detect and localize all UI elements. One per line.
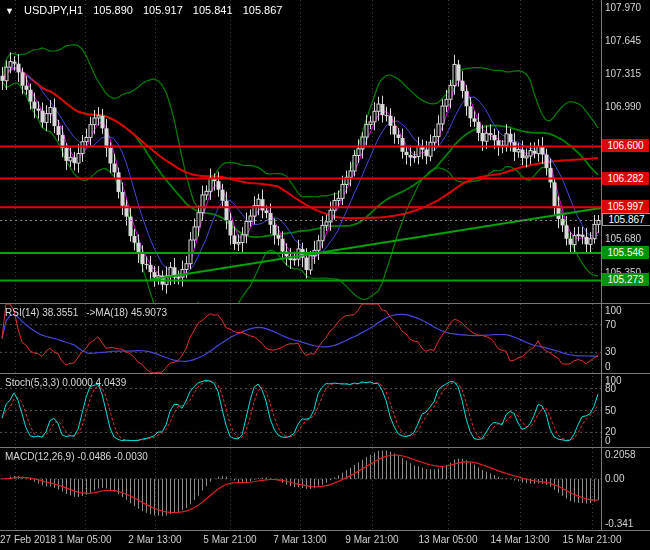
chart-window: ▼ USDJPY,H1 105.890 105.917 105.841 105.… bbox=[0, 0, 650, 550]
chart-canvas[interactable] bbox=[0, 0, 650, 550]
